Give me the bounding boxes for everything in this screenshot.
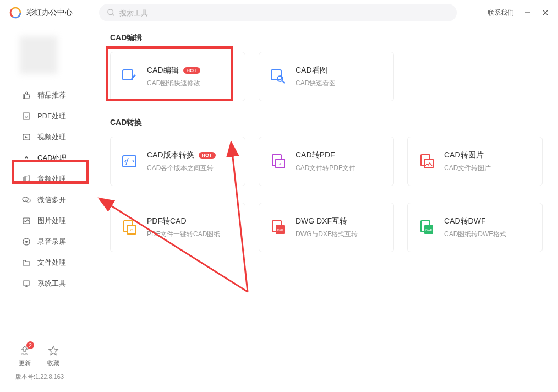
card-desc: PDF文件一键转CAD图纸 [147,230,220,239]
pdf-icon: PDF [22,112,31,121]
minimize-button[interactable] [524,9,532,17]
sidebar-item-label: 图片处理 [37,216,66,226]
sidebar-item-label: PDF处理 [37,111,66,121]
tool-card-pdf-to-cad[interactable]: C PDF转CAD PDF文件一键转CAD图纸 [110,203,245,252]
svg-point-3 [108,9,113,15]
image-icon [22,216,31,225]
cad-image-icon [418,153,435,170]
svg-text:A: A [279,162,281,166]
card-desc: CAD文件转PDF文件 [296,164,355,173]
svg-line-4 [113,14,114,16]
sidebar-item-label: 文件处理 [37,258,66,268]
update-label: 更新 [19,359,31,367]
card-title: DWG DXF互转 [296,216,347,226]
update-button[interactable]: 2 NEW 更新 [19,345,31,367]
cad-version-icon [121,153,138,170]
svg-rect-25 [271,70,281,80]
sidebar-item-system[interactable]: 系统工具 [0,273,99,294]
cad-view-icon [269,68,287,85]
pdf-cad-icon: C [121,219,138,236]
sidebar-item-label: 录音录屏 [37,237,66,247]
svg-point-26 [277,76,283,81]
sidebar-item-audio[interactable]: 音频处理 [0,168,99,189]
favorite-button[interactable]: 收藏 [47,345,59,367]
dwg-dxf-icon: DXF [269,219,287,236]
svg-text:NEW: NEW [21,352,28,356]
sidebar-item-label: 视频处理 [37,132,66,142]
card-title: CAD转DWF [444,216,485,226]
sidebar-item-wechat[interactable]: 微信多开 [0,189,99,210]
sidebar-item-label: 精品推荐 [37,90,66,100]
sidebar-item-video[interactable]: 视频处理 [0,127,99,148]
wechat-icon [22,195,31,204]
svg-text:DWF: DWF [425,228,431,232]
svg-text:A: A [25,155,28,160]
svg-point-15 [23,197,28,202]
update-badge: 2 [26,341,34,349]
version-label: 版本号:1.22.8.163 [11,373,88,381]
tool-card-cad-version[interactable]: CAD版本转换 HOT CAD各个版本之间互转 [110,137,245,186]
section-title-edit: CAD编辑 [110,33,547,43]
tool-card-cad-edit[interactable]: CAD编辑 HOT CAD图纸快速修改 [110,52,245,101]
svg-point-19 [25,241,28,243]
contact-link[interactable]: 联系我们 [488,8,514,18]
card-title: CAD转图片 [444,150,484,160]
svg-rect-33 [424,159,433,168]
app-logo-icon [9,6,22,19]
search-icon [107,8,115,17]
sidebar-item-record[interactable]: 录音录屏 [0,231,99,252]
card-title: PDF转CAD [147,216,187,226]
cad-pdf-icon: A [269,153,287,170]
sidebar-item-image[interactable]: 图片处理 [0,210,99,231]
sidebar-item-featured[interactable]: 精品推荐 [0,85,99,106]
folder-icon [22,258,31,267]
system-icon [22,279,31,288]
hot-badge: HOT [183,67,200,74]
cad-dwf-icon: DWF [418,219,435,236]
user-avatar[interactable] [0,31,99,85]
card-desc: CAD文件转图片 [444,164,491,173]
svg-rect-20 [23,281,30,285]
card-desc: CAD各个版本之间互转 [147,164,216,173]
tool-card-cad-to-pdf[interactable]: A CAD转PDF CAD文件转PDF文件 [259,137,394,186]
sidebar-item-label: 系统工具 [37,279,66,288]
cad-edit-icon [121,68,138,85]
card-desc: DWG与DXF格式互转 [296,230,358,239]
card-title: CAD转PDF [296,150,335,160]
card-desc: CAD快速看图 [296,79,336,88]
hot-badge: HOT [199,152,216,159]
app-title: 彩虹办公中心 [26,8,73,18]
cad-icon: A [22,154,31,162]
record-icon [22,237,31,246]
svg-text:DXF: DXF [277,228,283,232]
sidebar-item-label: 微信多开 [37,195,66,205]
search-input[interactable] [119,9,449,17]
svg-line-27 [282,81,285,83]
sidebar-item-pdf[interactable]: PDF PDF处理 [0,106,99,127]
svg-text:C: C [130,228,133,232]
card-title: CAD看图 [296,66,327,75]
svg-text:PDF: PDF [24,115,29,118]
audio-icon [22,175,31,183]
card-title: CAD版本转换 [147,150,194,160]
card-desc: CAD图纸转DWF格式 [444,230,506,239]
sidebar-item-label: CAD处理 [37,153,67,163]
card-title: CAD编辑 [147,66,179,75]
tool-card-cad-view[interactable]: CAD看图 CAD快速看图 [259,52,394,101]
sidebar-item-label: 音频处理 [37,174,66,184]
sidebar-item-file[interactable]: 文件处理 [0,252,99,273]
card-desc: CAD图纸快速修改 [147,79,200,88]
section-title-convert: CAD转换 [110,118,547,128]
thumb-up-icon [22,91,31,100]
tool-card-cad-to-dwf[interactable]: DWF CAD转DWF CAD图纸转DWF格式 [407,203,543,252]
close-button[interactable] [541,9,549,17]
favorite-label: 收藏 [47,359,59,367]
sidebar-item-cad[interactable]: A CAD处理 [0,148,99,168]
svg-rect-24 [123,70,133,80]
star-icon [47,345,59,357]
video-icon [22,133,31,141]
tool-card-cad-to-image[interactable]: CAD转图片 CAD文件转图片 [407,137,543,186]
search-box[interactable] [99,4,457,21]
tool-card-dwg-dxf[interactable]: DXF DWG DXF互转 DWG与DXF格式互转 [259,203,394,252]
